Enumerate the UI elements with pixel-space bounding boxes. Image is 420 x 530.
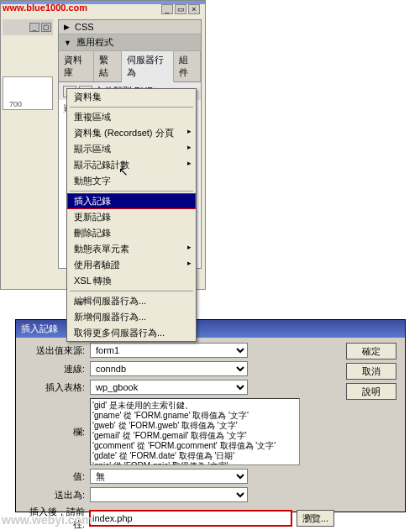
source-label: 送出值來源:: [23, 344, 90, 357]
menu-item[interactable]: 更新記錄: [67, 209, 196, 225]
column-line[interactable]: 'gid' 是未使用的主索引鍵。: [92, 401, 297, 411]
menu-item[interactable]: 刪除記錄: [67, 225, 196, 241]
menu-item[interactable]: 動態文字: [67, 173, 196, 189]
menu-item[interactable]: 資料集: [67, 89, 196, 105]
table-label: 插入表格:: [23, 381, 90, 394]
server-behavior-context-menu: 資料集重複區域資料集 (Recordset) 分頁顯示區域顯示記錄計數動態文字插…: [66, 88, 197, 342]
panel-title-css: CSS: [75, 22, 94, 32]
panel-title-app: 應用程式: [76, 36, 113, 49]
menu-item[interactable]: 顯示記錄計數: [67, 157, 196, 173]
watermark-top: www.blue1000.com: [3, 3, 87, 13]
tab-database[interactable]: 資料庫: [59, 51, 94, 81]
column-line[interactable]: 'gdate' 從 'FORM.date' 取得值為 '日期': [92, 451, 297, 461]
watermark-bottom: www.webyi.com: [2, 513, 92, 527]
close-icon[interactable]: ×: [188, 4, 200, 14]
underscore-icon[interactable]: _: [161, 4, 173, 14]
insert-record-dialog: 插入記錄 確定 取消 說明 送出值來源: form1 連線: conndb 插入…: [15, 319, 406, 512]
menu-item[interactable]: 顯示區域: [67, 141, 196, 157]
menu-item[interactable]: 編輯伺服器行為...: [67, 293, 196, 309]
document-toolbar-fragment: _ ▢: [3, 19, 53, 35]
menu-item[interactable]: 資料集 (Recordset) 分頁: [67, 125, 196, 141]
columns-listbox[interactable]: 'gid' 是未使用的主索引鍵。'gname' 從 'FORM.gname' 取…: [90, 398, 300, 465]
value-select[interactable]: 無: [90, 469, 248, 484]
restore-icon[interactable]: ▭: [175, 4, 186, 14]
mini-min-icon[interactable]: _: [29, 23, 39, 32]
panel-tab-strip: 資料庫 繫結 伺服器行為 組件: [59, 51, 201, 82]
chevron-down-icon: ▼: [64, 39, 71, 47]
tab-components[interactable]: 組件: [174, 51, 202, 81]
menu-separator: [70, 191, 193, 192]
value-label: 值:: [23, 470, 90, 483]
table-select[interactable]: wp_gbook: [90, 380, 248, 395]
dialog-button-column: 確定 取消 說明: [346, 343, 396, 400]
cancel-button[interactable]: 取消: [346, 363, 396, 380]
help-button[interactable]: 說明: [346, 383, 396, 400]
tab-bindings[interactable]: 繫結: [94, 51, 122, 81]
menu-item[interactable]: 使用者驗證: [67, 257, 196, 273]
menu-item[interactable]: 新增伺服器行為...: [67, 309, 196, 325]
menu-separator: [70, 291, 193, 291]
upper-screenshot: www.blue1000.com _ ▭ × _ ▢ 700 ▶ CSS ▼ 應…: [0, 0, 206, 290]
menu-separator: [70, 107, 193, 108]
mini-max-icon[interactable]: ▢: [41, 23, 51, 32]
sendas-label: 送出為:: [23, 489, 90, 501]
menu-item[interactable]: 插入記錄: [67, 193, 196, 209]
source-select[interactable]: form1: [90, 343, 248, 358]
panel-header-css[interactable]: ▶ CSS: [59, 20, 201, 34]
panel-header-app[interactable]: ▼ 應用程式: [59, 34, 201, 51]
column-line[interactable]: 'gcomment' 從 'FORM.gcomment' 取得值為 '文字': [92, 441, 297, 451]
menu-item[interactable]: 重複區域: [67, 109, 196, 125]
connection-select[interactable]: conndb: [90, 361, 248, 376]
column-line[interactable]: 'gweb' 從 'FORM.gweb' 取得值為 '文字': [92, 421, 297, 431]
tab-server-behaviors[interactable]: 伺服器行為: [122, 51, 174, 82]
column-line[interactable]: 'gemail' 從 'FORM.gemail' 取得值為 '文字': [92, 431, 297, 441]
ok-button[interactable]: 確定: [346, 343, 396, 359]
menu-item[interactable]: 取得更多伺服器行為...: [67, 325, 196, 341]
connection-label: 連線:: [23, 363, 90, 375]
after-insert-url-input[interactable]: [90, 511, 291, 526]
sendas-select[interactable]: [90, 487, 248, 502]
columns-label: 欄:: [23, 426, 90, 438]
outer-window-controls: _ ▭ ×: [161, 4, 200, 14]
menu-item[interactable]: 動態表單元素: [67, 241, 196, 257]
ruler-tick: 700: [9, 100, 22, 108]
chevron-right-icon: ▶: [64, 23, 70, 31]
column-line[interactable]: 'gname' 從 'FORM.gname' 取得值為 '文字': [92, 411, 297, 421]
browse-button[interactable]: 瀏覽...: [297, 510, 334, 527]
menu-item[interactable]: XSL 轉換: [67, 273, 196, 289]
column-line[interactable]: 'gpic' 從 'FORM.gpic' 取得值為 '文字': [92, 461, 297, 465]
